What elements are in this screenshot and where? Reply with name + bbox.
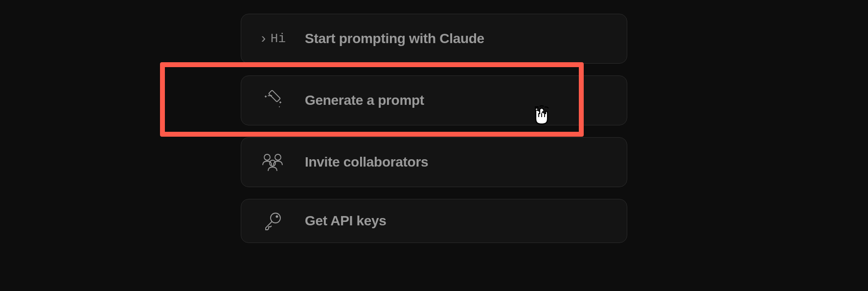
svg-point-6 (276, 216, 278, 218)
option-label: Invite collaborators (305, 154, 428, 170)
svg-point-2 (264, 154, 270, 160)
key-icon (259, 207, 286, 235)
prompt-prefix-icon: ›Hi (259, 25, 286, 52)
option-get-api-keys[interactable]: Get API keys (241, 199, 627, 243)
option-label: Generate a prompt (305, 93, 424, 108)
option-label: Start prompting with Claude (305, 31, 484, 47)
svg-point-4 (270, 160, 275, 166)
people-icon (259, 148, 286, 176)
option-start-prompting[interactable]: ›Hi Start prompting with Claude (241, 14, 627, 64)
svg-point-3 (275, 154, 281, 160)
option-invite-collaborators[interactable]: Invite collaborators (241, 137, 627, 187)
magic-wand-icon (259, 87, 286, 114)
option-label: Get API keys (305, 213, 387, 229)
svg-line-1 (268, 94, 272, 97)
hi-text: Hi (271, 31, 286, 46)
option-generate-prompt[interactable]: Generate a prompt (241, 75, 627, 125)
